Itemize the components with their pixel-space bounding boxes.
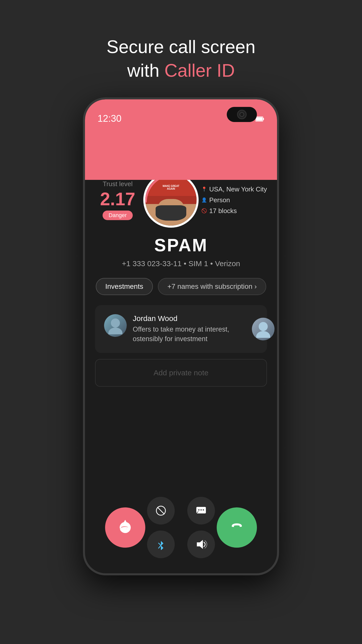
svg-rect-16 [200, 509, 202, 510]
danger-badge: Danger [103, 211, 133, 220]
person-icon: 👤 [202, 197, 207, 203]
svg-point-8 [111, 318, 120, 328]
caller-avatar-ring: MAKE GREAT AGAIN [143, 172, 199, 228]
side-commenter-avatar [252, 318, 275, 340]
trust-number: 2.17 [100, 190, 135, 208]
note-area[interactable]: Add private note [95, 359, 267, 387]
status-time: 12:30 [98, 113, 121, 124]
svg-rect-5 [256, 117, 262, 121]
caller-number: +1 333 023-33-11 • SIM 1 • Verizon [122, 259, 240, 268]
speaker-button[interactable] [187, 531, 215, 558]
action-bar [85, 497, 277, 558]
svg-point-9 [108, 328, 122, 334]
category-text: Person [209, 196, 230, 204]
mid-row-top [147, 497, 215, 525]
trust-label: Trust level [103, 180, 133, 188]
tag-subscription[interactable]: +7 names with subscription › [158, 278, 266, 295]
battery-icon [255, 115, 264, 124]
block-button[interactable] [147, 497, 175, 525]
commenter-avatar [104, 314, 127, 337]
main-actions-row [100, 497, 262, 558]
location-text: USA, New York City [209, 185, 267, 193]
caller-name: SPAM [154, 235, 208, 255]
svg-point-7 [146, 175, 199, 228]
comment-body: Jordan Wood Offers to take money at inte… [133, 314, 258, 344]
title-accent: Caller ID [164, 60, 235, 80]
camera-cutout [227, 107, 257, 122]
phone-screen: 12:30 [85, 99, 277, 573]
page-header: Secure call screen with Caller ID [107, 35, 255, 82]
caller-section: Trust level 2.17 Danger [85, 172, 277, 399]
camera-lens [237, 110, 247, 119]
comment-card: Jordan Wood Offers to take money at inte… [95, 305, 267, 353]
camera-lens-inner [240, 112, 244, 117]
title-line1: Secure call screen [107, 35, 255, 59]
tag-investments[interactable]: Investments [96, 278, 153, 295]
bluetooth-button[interactable] [147, 531, 175, 558]
blocks-text: 17 blocks [209, 207, 237, 215]
message-button[interactable] [187, 497, 215, 525]
comment-text: Offers to take money at interest, ostens… [133, 325, 258, 344]
note-placeholder: Add private note [154, 369, 208, 377]
info-row: Trust level 2.17 Danger [95, 172, 267, 228]
svg-rect-6 [263, 118, 264, 120]
location-info: 📍 USA, New York City 👤 Person 🚫 17 block… [202, 185, 267, 215]
mid-row-bottom [147, 531, 215, 558]
location-country: 📍 USA, New York City [202, 185, 267, 193]
svg-line-13 [157, 507, 164, 514]
title-with: with [127, 60, 164, 80]
title-line2: with Caller ID [107, 59, 255, 83]
caller-avatar-container: MAKE GREAT AGAIN [143, 172, 199, 228]
trust-level: Trust level 2.17 Danger [95, 180, 140, 220]
accept-button[interactable] [217, 507, 257, 548]
phone-shell: 12:30 [83, 97, 279, 575]
comment-author: Jordan Wood [133, 314, 258, 323]
block-icon: 🚫 [202, 208, 207, 213]
svg-point-10 [259, 322, 268, 331]
svg-rect-15 [198, 509, 200, 510]
svg-point-11 [256, 331, 270, 338]
decline-button[interactable] [105, 507, 145, 548]
tags-row: Investments +7 names with subscription › [95, 278, 267, 295]
commenter-avatar-image [104, 314, 127, 337]
location-category: 👤 Person [202, 196, 267, 204]
mid-actions [147, 497, 215, 558]
location-blocks: 🚫 17 blocks [202, 207, 267, 215]
pin-icon: 📍 [202, 187, 207, 192]
svg-marker-18 [197, 540, 203, 549]
svg-rect-17 [203, 509, 204, 510]
